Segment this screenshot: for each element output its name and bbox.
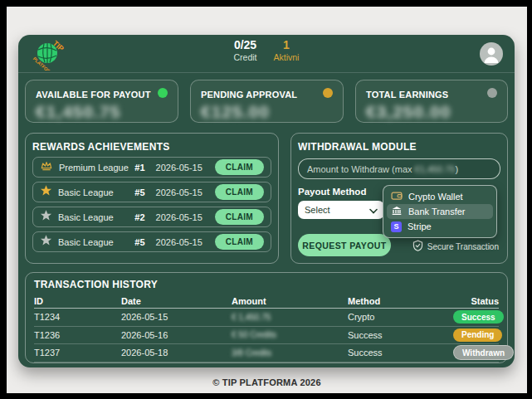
active-value: 1 (274, 38, 300, 51)
table-row: T1234 2026-05-15 € 1,450.75 Crypto Succe… (34, 309, 499, 327)
credit-label: Credit (234, 52, 257, 62)
cell-amount-blurred: 3/8 Credits (232, 348, 348, 358)
status-badge: Pending (453, 328, 502, 342)
reward-row: Basic League #2 2026-05-15 CLAIM (32, 207, 271, 227)
reward-date: 2026-05-15 (156, 212, 203, 222)
secure-transaction: Secure Transaction (412, 240, 499, 253)
active-counter: 1 Aktivni (274, 38, 300, 62)
wallet-icon (391, 191, 403, 202)
table-header: ID Date Amount Method Status (34, 294, 499, 309)
app-background: TIP PLATFORMA 0/25 Credit 1 Aktivni (7, 7, 527, 393)
active-label: Aktivni (274, 52, 300, 62)
rewards-panel: REWARDS ACHIEVEMENTS Premium League #1 2… (25, 133, 279, 264)
header: TIP PLATFORMA 0/25 Credit 1 Aktivni (18, 35, 515, 73)
table-row: T1237 2026-05-18 3/8 Credits Success Wit… (34, 344, 499, 363)
reward-rank: #5 (134, 237, 144, 247)
status-badge: Withdrawn (453, 345, 514, 360)
reward-name: Premium League (59, 163, 129, 173)
transaction-history-panel: TRANSACTION HISTORY ID Date Amount Metho… (25, 272, 508, 363)
status-dot-amber-icon (323, 88, 333, 98)
reward-rank: #2 (134, 212, 144, 222)
reward-row: Premium League #1 2026-05-15 CLAIM (32, 157, 271, 178)
star-silver-icon (40, 209, 52, 225)
reward-name: Basic League (58, 187, 129, 197)
chevron-down-icon (369, 202, 378, 217)
cell-id: T1234 (34, 312, 121, 322)
column-header-method: Method (348, 296, 453, 306)
status-dot-gray-icon (487, 88, 497, 98)
credit-value: 0/25 (234, 38, 257, 51)
select-value: Select (305, 205, 330, 215)
reward-date: 2026-05-15 (156, 187, 203, 197)
claim-button[interactable]: CLAIM (215, 159, 264, 175)
star-gold-icon (40, 184, 52, 200)
reward-rank: #1 (134, 163, 144, 173)
reward-row: Basic League #5 2026-05-15 CLAIM (32, 231, 271, 252)
secure-transaction-label: Secure Transaction (427, 242, 499, 251)
cell-amount-blurred: € 50 Credits (232, 330, 348, 339)
reward-row: Basic League #5 2026-05-15 CLAIM (32, 182, 271, 202)
stat-card-available: AVAILABLE FOR PAYOUT €1,450.75 (25, 80, 178, 123)
dropdown-option-bank-transfer[interactable]: Bank Transfer (387, 204, 493, 219)
cell-method: Crypto (348, 312, 453, 322)
stat-card-pending: PENDING APPROVAL €125.00 (190, 80, 344, 123)
stat-cards-row: AVAILABLE FOR PAYOUT €1,450.75 PENDING A… (25, 80, 508, 123)
amount-input[interactable]: Amount to Withdraw (max €1,450.75) (298, 158, 500, 179)
claim-button[interactable]: CLAIM (215, 209, 264, 225)
withdrawal-title: WITHDRAWAL MODULE (298, 141, 500, 153)
cell-date: 2026-05-18 (121, 348, 232, 358)
star-silver-icon (40, 234, 52, 250)
claim-button[interactable]: CLAIM (215, 184, 264, 200)
amount-placeholder-suffix: ) (456, 164, 459, 174)
stat-label: AVAILABLE FOR PAYOUT (36, 90, 151, 100)
column-header-status: Status (471, 296, 499, 306)
cell-status: Pending (453, 328, 502, 342)
payout-method-dropdown: Crypto Wallet Bank Transfer S Stripe (383, 185, 497, 238)
cell-status: Withdrawn (453, 345, 514, 360)
reward-name: Basic League (58, 237, 129, 247)
stat-card-total: TOTAL EARNINGS €3,250.00 (355, 80, 508, 123)
crown-icon (40, 160, 53, 175)
amount-placeholder-prefix: Amount to Withdraw (max (307, 164, 415, 174)
reward-date: 2026-05-15 (156, 237, 203, 247)
reward-rank: #5 (134, 187, 144, 197)
header-stats: 0/25 Credit 1 Aktivni (18, 38, 515, 62)
column-header-amount: Amount (232, 296, 348, 306)
dropdown-option-crypto-wallet[interactable]: Crypto Wallet (387, 189, 493, 204)
stat-label: PENDING APPROVAL (201, 90, 297, 100)
table-row: T1236 2026-05-16 € 50 Credits Success Pe… (34, 327, 499, 345)
payout-method-select[interactable]: Select (298, 201, 384, 219)
claim-button[interactable]: CLAIM (215, 234, 264, 250)
stat-value-blurred: €3,250.00 (366, 102, 497, 122)
status-dot-green-icon (158, 88, 168, 98)
request-payout-button[interactable]: REQUEST PAYOUT (298, 234, 391, 256)
dropdown-option-stripe[interactable]: S Stripe (387, 219, 493, 234)
column-header-date: Date (121, 296, 232, 306)
cell-date: 2026-05-15 (121, 312, 232, 322)
reward-name: Basic League (58, 212, 129, 222)
dashboard-card: TIP PLATFORMA 0/25 Credit 1 Aktivni (18, 35, 515, 367)
transactions-title: TRANSACTION HISTORY (34, 279, 499, 290)
cell-id: T1236 (34, 330, 121, 340)
cell-method: Success (348, 330, 453, 340)
dropdown-option-label: Crypto Wallet (408, 192, 463, 202)
cell-status: Success (453, 310, 504, 324)
amount-placeholder-max-blurred: €1,450.75 (415, 164, 456, 174)
withdrawal-panel: WITHDRAWAL MODULE Amount to Withdraw (ma… (290, 133, 508, 264)
status-badge: Success (453, 310, 504, 324)
credit-counter: 0/25 Credit (234, 38, 257, 62)
stat-label: TOTAL EARNINGS (366, 90, 448, 100)
column-header-id: ID (34, 296, 121, 306)
dropdown-option-label: Bank Transfer (408, 207, 465, 217)
stat-value-blurred: €1,450.75 (36, 102, 168, 122)
copyright-footer: © TIP PLATFORMA 2026 (7, 377, 527, 387)
cell-method: Success (348, 348, 453, 358)
cell-id: T1237 (34, 348, 121, 358)
rewards-title: REWARDS ACHIEVEMENTS (32, 141, 271, 153)
dropdown-option-label: Stripe (408, 221, 432, 231)
shield-check-icon (412, 240, 423, 253)
cell-amount-blurred: € 1,450.75 (232, 313, 348, 322)
stripe-icon: S (391, 221, 402, 232)
cell-date: 2026-05-16 (121, 330, 232, 340)
stat-value-blurred: €125.00 (201, 102, 333, 122)
